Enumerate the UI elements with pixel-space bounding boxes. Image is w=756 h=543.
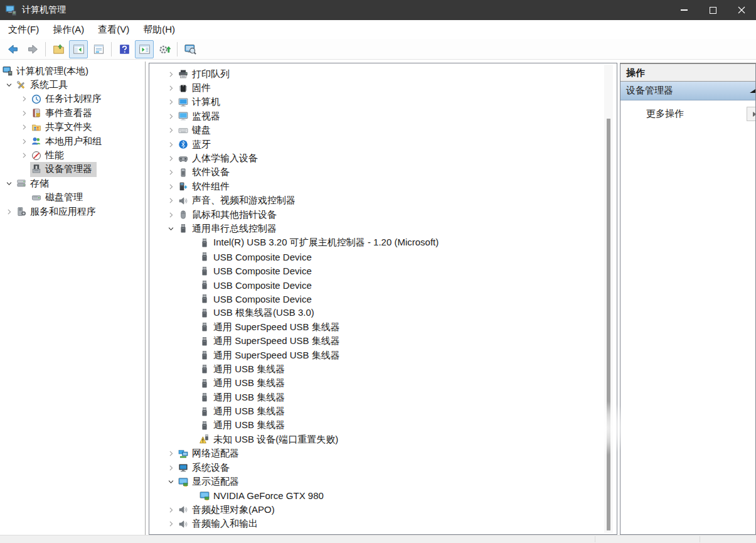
- update-driver-button[interactable]: [155, 40, 174, 58]
- device-tree-item[interactable]: 通用 SuperSpeed USB 集线器: [149, 348, 617, 362]
- sidebar-item-local-users-groups[interactable]: 本地用户和组: [0, 134, 145, 148]
- chevron-right-icon[interactable]: [166, 463, 176, 473]
- chevron-right-icon[interactable]: [166, 139, 176, 149]
- device-tree-item[interactable]: 通用 USB 集线器: [149, 377, 617, 390]
- device-tree-item[interactable]: 通用 USB 集线器: [149, 390, 617, 404]
- device-tree-item[interactable]: 通用 USB 集线器: [149, 419, 617, 433]
- chevron-right-icon[interactable]: [166, 168, 176, 178]
- device-tree-item-display-adapters[interactable]: 显示适配器: [149, 475, 617, 488]
- close-button[interactable]: [727, 0, 756, 20]
- sidebar-item-computer-management[interactable]: 计算机管理(本地): [0, 64, 145, 78]
- device-tree-item-computer[interactable]: 计算机: [149, 95, 617, 109]
- scrollbar-thumb[interactable]: [607, 119, 610, 530]
- device-tree-item[interactable]: USB Composite Device: [149, 250, 617, 264]
- sidebar-item-shared-folders[interactable]: 共享文件夹: [0, 121, 145, 134]
- chevron-right-icon[interactable]: [19, 108, 29, 118]
- device-tree-item-unknown-usb-device[interactable]: 未知 USB 设备(端口重置失败): [149, 433, 617, 446]
- device-tree-item[interactable]: USB Composite Device: [149, 292, 617, 306]
- device-tree-item-firmware[interactable]: 固件: [149, 81, 617, 95]
- device-tree-item-nvidia-gtx-980[interactable]: NVIDIA GeForce GTX 980: [149, 489, 617, 503]
- usb-icon: [200, 308, 210, 318]
- device-tree-item-software-components[interactable]: 软件组件: [149, 180, 617, 193]
- device-tree-item[interactable]: 通用 USB 集线器: [149, 362, 617, 376]
- chevron-right-icon[interactable]: [19, 122, 29, 132]
- device-tree-item[interactable]: USB Composite Device: [149, 264, 617, 277]
- chevron-right-icon[interactable]: [4, 207, 14, 217]
- device-tree-item-label: 显示适配器: [192, 476, 239, 488]
- chevron-right-icon[interactable]: [166, 111, 176, 121]
- vertical-scrollbar[interactable]: [604, 65, 613, 533]
- device-tree-item[interactable]: 通用 SuperSpeed USB 集线器: [149, 320, 617, 334]
- device-tree-item-bluetooth[interactable]: 蓝牙: [149, 137, 617, 151]
- device-tree-item-usb-root-hub[interactable]: USB 根集线器(USB 3.0): [149, 306, 617, 320]
- chevron-down-icon[interactable]: [166, 223, 176, 234]
- chevron-right-icon[interactable]: [19, 136, 29, 146]
- sidebar-item-storage[interactable]: 存储: [0, 176, 145, 190]
- shared-folders-icon: [31, 122, 41, 132]
- chevron-right-icon[interactable]: [166, 505, 176, 515]
- actions-group-device-manager[interactable]: 设备管理器: [620, 82, 755, 100]
- pane-splitter[interactable]: [144, 60, 148, 535]
- help-button[interactable]: [115, 40, 134, 58]
- sidebar-item-services-apps[interactable]: 服务和应用程序: [0, 205, 145, 218]
- scan-hardware-button[interactable]: [181, 40, 200, 58]
- chevron-right-icon[interactable]: [166, 154, 176, 164]
- chevron-right-icon[interactable]: [166, 196, 176, 206]
- menu-item-action[interactable]: 操作(A): [46, 20, 91, 39]
- action-pane-toggle-button[interactable]: [135, 40, 154, 58]
- usb-warning-icon: [200, 434, 210, 444]
- device-tree-item-system-devices[interactable]: 系统设备: [149, 461, 617, 475]
- expander-spacer: [187, 392, 198, 402]
- chevron-right-icon[interactable]: [19, 94, 29, 104]
- device-tree-item-usb-controllers[interactable]: 通用串行总线控制器: [149, 222, 617, 235]
- device-tree-item-keyboards[interactable]: 键盘: [149, 124, 617, 137]
- device-tree-item-software-devices[interactable]: 软件设备: [149, 166, 617, 180]
- chevron-right-icon[interactable]: [166, 69, 176, 79]
- device-tree-item[interactable]: 通用 USB 集线器: [149, 404, 617, 418]
- expander-spacer: [187, 266, 198, 276]
- chevron-right-icon[interactable]: [166, 97, 176, 107]
- chevron-right-icon[interactable]: [166, 83, 176, 94]
- device-tree-item-mice[interactable]: 鼠标和其他指针设备: [149, 208, 617, 222]
- chevron-down-icon[interactable]: [4, 80, 14, 90]
- chevron-right-icon[interactable]: [166, 519, 176, 529]
- sidebar-item-event-viewer[interactable]: 事件查看器: [0, 106, 145, 120]
- device-tree-item-network-adapters[interactable]: 网络适配器: [149, 447, 617, 461]
- chevron-down-icon[interactable]: [166, 477, 176, 487]
- device-tree-item-monitors[interactable]: 监视器: [149, 109, 617, 123]
- properties-button[interactable]: [89, 40, 108, 58]
- sidebar-item-system-tools[interactable]: 系统工具: [0, 78, 145, 92]
- more-actions-button[interactable]: [747, 107, 756, 121]
- menu-item-view[interactable]: 查看(V): [91, 20, 136, 39]
- console-tree-toggle-button[interactable]: [69, 40, 88, 58]
- maximize-button[interactable]: [698, 0, 727, 20]
- chevron-right-icon[interactable]: [166, 181, 176, 191]
- usb-icon: [200, 238, 210, 248]
- sidebar-item-task-scheduler[interactable]: 任务计划程序: [0, 92, 145, 106]
- more-actions-item[interactable]: 更多操作: [620, 106, 755, 121]
- device-tree-item-audio-apo[interactable]: 音频处理对象(APO): [149, 503, 617, 517]
- device-tree-item[interactable]: 通用 SuperSpeed USB 集线器: [149, 334, 617, 348]
- chevron-right-icon[interactable]: [166, 449, 176, 459]
- sidebar-item-performance[interactable]: 性能: [0, 148, 145, 162]
- device-tree-item-sound-video-game[interactable]: 声音、视频和游戏控制器: [149, 194, 617, 208]
- forward-button[interactable]: [23, 40, 42, 58]
- toolbar-separator: [177, 42, 178, 56]
- chevron-right-icon[interactable]: [166, 126, 176, 136]
- sidebar-item-disk-management[interactable]: 磁盘管理: [0, 191, 145, 205]
- chevron-right-icon[interactable]: [166, 210, 176, 220]
- minimize-button[interactable]: [669, 0, 698, 20]
- device-tree-item-label: 通用 USB 集线器: [213, 419, 285, 431]
- device-tree-item-intel-usb-host[interactable]: Intel(R) USB 3.20 可扩展主机控制器 - 1.20 (Micro…: [149, 236, 617, 250]
- chevron-right-icon[interactable]: [19, 151, 29, 161]
- menu-item-help[interactable]: 帮助(H): [136, 20, 182, 39]
- device-tree-item[interactable]: USB Composite Device: [149, 278, 617, 292]
- device-tree-item-print-queues[interactable]: 打印队列: [149, 67, 617, 81]
- device-tree-item-audio-io[interactable]: 音频输入和输出: [149, 517, 617, 531]
- sidebar-item-device-manager[interactable]: 设备管理器: [0, 163, 145, 176]
- up-level-button[interactable]: [49, 40, 68, 58]
- menu-item-file[interactable]: 文件(F): [1, 20, 46, 39]
- device-tree-item-hid[interactable]: 人体学输入设备: [149, 151, 617, 165]
- back-button[interactable]: [3, 40, 22, 58]
- chevron-down-icon[interactable]: [4, 178, 14, 188]
